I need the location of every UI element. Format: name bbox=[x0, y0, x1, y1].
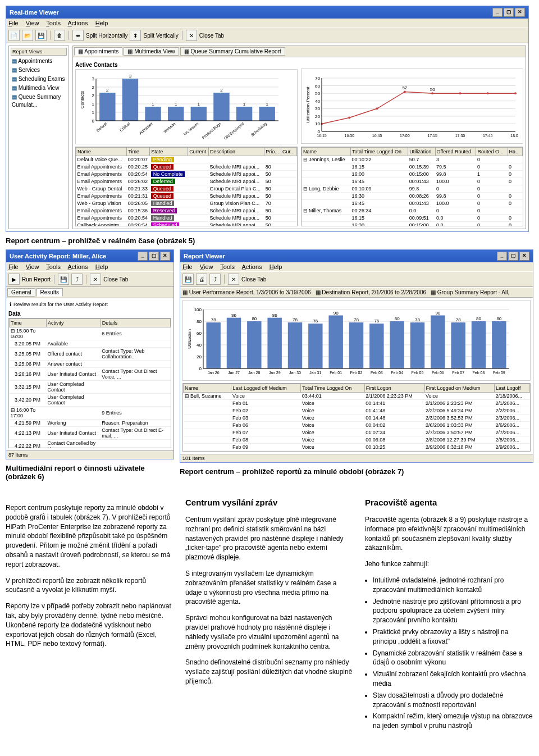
close-tab-icon[interactable]: ✕ bbox=[90, 274, 101, 285]
split-h-icon[interactable]: ⬌ bbox=[72, 30, 84, 41]
table-row[interactable]: Email Appointments00:20:54HandledSchedul… bbox=[76, 215, 297, 222]
tree-item[interactable]: ▦ Scheduling Exams bbox=[11, 75, 67, 84]
table-row[interactable]: Email Appointments00:20:54No CompleteSch… bbox=[76, 171, 297, 178]
col-header[interactable]: First Logon bbox=[364, 384, 424, 393]
table-row[interactable]: ⊟ Miller, Thomas00:26:340.000 bbox=[302, 207, 523, 215]
table-row[interactable]: ⊟ Jennings, Leslie00:10:2250.730 bbox=[302, 156, 523, 163]
report-tab[interactable]: ▦ User Performance Report, 1/3/2006 to 3… bbox=[182, 289, 311, 295]
maximize-button[interactable]: ▢ bbox=[508, 252, 518, 261]
menu-file[interactable]: File bbox=[8, 263, 19, 270]
activity-table[interactable]: TimeActivityDetails⊟ 15:00 To 16:006 Ent… bbox=[8, 318, 171, 448]
export-icon[interactable]: ⤴ bbox=[209, 274, 221, 285]
table-row[interactable]: ⊟ Bell, SuzanneVoice03:44:012/1/2006 2:2… bbox=[184, 393, 530, 400]
col-header[interactable]: Name bbox=[76, 148, 127, 156]
toolbar-icon[interactable]: 💾 bbox=[35, 30, 47, 41]
col-header[interactable]: Routed O... bbox=[476, 148, 508, 156]
table-row[interactable]: Feb 06Voice00:04:022/6/2006 1:03:33 PM2/… bbox=[184, 422, 530, 429]
table-row[interactable]: 16:1500:09:510.000 bbox=[302, 215, 523, 222]
menu-tools[interactable]: Tools bbox=[46, 263, 61, 270]
table-row[interactable]: Email Appointments00:20:25QueuedSchedule… bbox=[76, 163, 297, 171]
table-row[interactable]: Callback Appointm...00:20:54ScheduledSch… bbox=[76, 222, 297, 227]
table-row[interactable]: 3:32:15 PMUser Completed Contact bbox=[10, 381, 171, 394]
col-header[interactable]: Time bbox=[10, 319, 47, 327]
table-row[interactable]: Feb 07Voice01:07:342/7/2006 3:50:57 PM2/… bbox=[184, 429, 530, 436]
col-header[interactable]: Last Logged off Medium bbox=[231, 384, 301, 393]
minimize-button[interactable]: _ bbox=[497, 252, 507, 261]
col-header[interactable]: Prio... bbox=[264, 148, 281, 156]
export-icon[interactable]: ⤴ bbox=[71, 274, 83, 285]
col-header[interactable]: Cur... bbox=[281, 148, 297, 156]
tree-item[interactable]: ▦ Multimedia View bbox=[11, 84, 67, 93]
menu-file[interactable]: File bbox=[182, 263, 193, 270]
print-icon[interactable]: 🖨 bbox=[196, 274, 207, 285]
table-row[interactable]: 16:0000:15:0099.810 bbox=[302, 171, 523, 178]
tab-general[interactable]: General bbox=[7, 288, 35, 297]
col-header[interactable]: Utilization bbox=[408, 148, 435, 156]
menu-file[interactable]: File bbox=[8, 20, 19, 26]
col-header[interactable]: Name bbox=[302, 148, 351, 156]
table-row[interactable]: 3:42:20 PMUser Completed Contact bbox=[10, 394, 171, 407]
close-button[interactable]: ✕ bbox=[519, 252, 529, 261]
table-row[interactable]: 4:22:22 PMContact Cancelled by User bbox=[10, 440, 171, 449]
table-row[interactable]: 4:22:13 PMUser Initiated ContactContact … bbox=[10, 427, 171, 440]
maximize-button[interactable]: ▢ bbox=[149, 252, 159, 261]
run-label[interactable]: Run Report bbox=[22, 276, 51, 283]
col-header[interactable]: Offered Routed bbox=[435, 148, 476, 156]
minimize-button[interactable]: _ bbox=[138, 252, 148, 261]
close-tab-label[interactable]: Close Tab bbox=[199, 33, 224, 39]
table-row[interactable]: 16:3000:08:2699.800 bbox=[302, 193, 523, 200]
report-table[interactable]: NameLast Logged off MediumTotal Time Log… bbox=[182, 383, 531, 452]
split-h-label[interactable]: Split Horizontally bbox=[86, 33, 127, 39]
tab[interactable]: ▦ Appointments bbox=[74, 47, 122, 56]
menu-view[interactable]: View bbox=[26, 263, 39, 270]
menu-help[interactable]: Help bbox=[95, 20, 108, 26]
menu-help[interactable]: Help bbox=[95, 263, 108, 270]
table-row[interactable]: Feb 02Voice01:41:482/2/2006 5:49:24 PM2/… bbox=[184, 407, 530, 415]
table-row[interactable]: Feb 01Voice00:14:412/1/2006 2:23:23 PM2/… bbox=[184, 400, 530, 407]
col-header[interactable]: Last Logoff bbox=[495, 384, 530, 393]
menu-view[interactable]: View bbox=[26, 20, 39, 26]
table-row[interactable]: Email Appointments00:15:36ReservedSchedu… bbox=[76, 207, 297, 215]
menu-tools[interactable]: Tools bbox=[220, 263, 235, 270]
col-header[interactable]: First Logged on Medium bbox=[424, 384, 495, 393]
save-icon[interactable]: 💾 bbox=[182, 274, 194, 285]
table-row[interactable]: Email Appointments00:26:02DeferredSchedu… bbox=[76, 178, 297, 185]
run-icon[interactable]: ▶ bbox=[8, 274, 20, 285]
col-header[interactable]: Ha... bbox=[508, 148, 522, 156]
close-tab-label[interactable]: Close Tab bbox=[103, 276, 128, 283]
left-table[interactable]: NameTimeStateCurrentDescriptionPrio...Cu… bbox=[75, 147, 298, 226]
close-button[interactable]: ✕ bbox=[515, 8, 525, 17]
tree-item[interactable]: ▦ Queue Summary Cumulat... bbox=[11, 93, 67, 110]
table-row[interactable]: Web - Group Dental00:21:33QueuedGroup De… bbox=[76, 185, 297, 193]
table-row[interactable]: 3:25:06 PMAnswer contact bbox=[10, 361, 171, 368]
col-header[interactable]: Total Time Logged On bbox=[301, 384, 365, 393]
report-tab[interactable]: ▦ Group Summary Report - All, bbox=[431, 289, 509, 295]
minimize-button[interactable]: _ bbox=[492, 8, 503, 17]
close-tab-icon[interactable]: ✕ bbox=[228, 274, 239, 285]
menu-tools[interactable]: Tools bbox=[46, 20, 61, 26]
col-header[interactable]: Current bbox=[188, 148, 209, 156]
table-row[interactable]: 16:1500:15:3979.500 bbox=[302, 163, 523, 171]
col-header[interactable]: Name bbox=[184, 384, 231, 393]
col-header[interactable]: Total Time Logged On bbox=[350, 148, 408, 156]
toolbar-icon[interactable]: 📂 bbox=[22, 30, 33, 41]
table-row[interactable]: Feb 03Voice00:14:482/3/2006 3:52:53 PM2/… bbox=[184, 415, 530, 422]
table-row[interactable]: 16:4500:01:43100.000 bbox=[302, 178, 523, 185]
tab[interactable]: ▦ Multimedia View bbox=[124, 47, 179, 56]
toolbar-icon[interactable]: 🗑 bbox=[54, 30, 65, 41]
table-row[interactable]: Feb 09Voice00:10:252/9/2006 6:32:18 PM2/… bbox=[184, 444, 530, 451]
tab-results[interactable]: Results bbox=[36, 288, 63, 297]
table-row[interactable]: Feb 08Voice00:06:082/8/2006 12:27:39 PM2… bbox=[184, 436, 530, 444]
menu-actions[interactable]: Actions bbox=[241, 263, 262, 270]
table-row[interactable]: ⊟ 16:00 To 17:009 Entries bbox=[10, 407, 171, 420]
menu-view[interactable]: View bbox=[200, 263, 213, 270]
table-row[interactable]: 3:26:16 PMUser Initiated ContactContact … bbox=[10, 368, 171, 381]
col-header[interactable]: Activity bbox=[47, 319, 101, 327]
tab[interactable]: ▦ Queue Summary Cumulative Report bbox=[180, 47, 285, 56]
split-v-label[interactable]: Split Vertically bbox=[143, 33, 178, 39]
close-tab-label[interactable]: Close Tab bbox=[241, 276, 266, 283]
menu-help[interactable]: Help bbox=[270, 263, 282, 270]
col-header[interactable]: Time bbox=[127, 148, 150, 156]
table-row[interactable]: ⊟ Long, Debbie00:10:0999.800 bbox=[302, 185, 523, 193]
tree-item[interactable]: ▦ Appointments bbox=[11, 57, 67, 66]
